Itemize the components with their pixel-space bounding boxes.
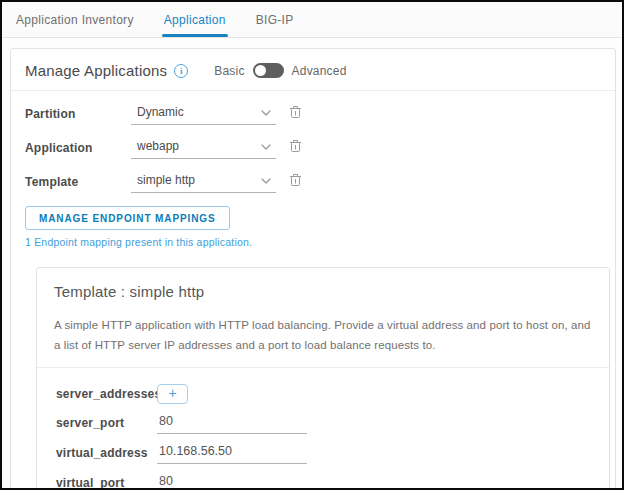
partition-delete-button[interactable] bbox=[289, 105, 302, 119]
template-selected-value: simple http bbox=[137, 173, 195, 187]
info-icon[interactable]: i bbox=[174, 64, 188, 78]
app-window: Application Inventory Application BIG-IP… bbox=[0, 0, 624, 490]
template-select[interactable]: simple http bbox=[131, 172, 276, 193]
template-detail-card: Template : simple http A simple HTTP app… bbox=[36, 267, 610, 490]
application-select[interactable]: webapp bbox=[131, 138, 276, 159]
template-label: Template bbox=[25, 172, 131, 189]
virtual-address-input[interactable]: 10.168.56.50 bbox=[157, 443, 307, 464]
application-delete-button[interactable] bbox=[289, 139, 302, 153]
tab-bar: Application Inventory Application BIG-IP bbox=[2, 2, 622, 38]
field-row-virtual-address: virtual_address 10.168.56.50 bbox=[56, 443, 609, 464]
template-description: A simple HTTP application with HTTP load… bbox=[54, 315, 592, 355]
application-form: Partition Dynamic bbox=[11, 91, 615, 193]
page-title: Manage Applications bbox=[25, 62, 167, 79]
chevron-down-icon bbox=[261, 139, 271, 153]
partition-label: Partition bbox=[25, 104, 131, 121]
form-row-partition: Partition Dynamic bbox=[25, 104, 615, 125]
server-port-input[interactable]: 80 bbox=[157, 413, 307, 434]
partition-select[interactable]: Dynamic bbox=[131, 104, 276, 125]
partition-selected-value: Dynamic bbox=[137, 105, 184, 119]
application-label: Application bbox=[25, 138, 131, 155]
chevron-down-icon bbox=[261, 105, 271, 119]
application-selected-value: webapp bbox=[137, 139, 179, 153]
panel-header: Manage Applications i Basic Advanced bbox=[11, 49, 615, 90]
manage-endpoint-mappings-button[interactable]: MANAGE ENDPOINT MAPPINGS bbox=[25, 206, 230, 230]
template-delete-button[interactable] bbox=[289, 173, 302, 187]
field-row-virtual-port: virtual_port 80 bbox=[56, 473, 609, 490]
server-port-label: server_port bbox=[56, 413, 157, 430]
template-fields: server_addresses + server_port 80 virtua… bbox=[37, 368, 609, 490]
add-server-address-button[interactable]: + bbox=[157, 384, 188, 404]
trash-icon bbox=[289, 141, 302, 156]
trash-icon bbox=[289, 175, 302, 190]
virtual-port-input[interactable]: 80 bbox=[157, 473, 307, 490]
toggle-label-basic: Basic bbox=[214, 64, 244, 78]
form-row-application: Application webapp bbox=[25, 138, 615, 159]
basic-advanced-toggle[interactable] bbox=[253, 63, 284, 78]
trash-icon bbox=[289, 107, 302, 122]
virtual-port-label: virtual_port bbox=[56, 473, 157, 490]
endpoint-mapping-note[interactable]: 1 Endpoint mapping present in this appli… bbox=[25, 236, 252, 248]
toggle-label-advanced: Advanced bbox=[292, 64, 347, 78]
mode-toggle-group: Basic Advanced bbox=[214, 63, 346, 78]
toggle-knob bbox=[255, 65, 266, 76]
tab-big-ip[interactable]: BIG-IP bbox=[256, 2, 294, 37]
field-row-server-port: server_port 80 bbox=[56, 413, 609, 434]
field-row-server-addresses: server_addresses + bbox=[56, 384, 609, 404]
virtual-address-label: virtual_address bbox=[56, 443, 157, 460]
tab-application[interactable]: Application bbox=[164, 2, 226, 37]
server-addresses-label: server_addresses bbox=[56, 384, 157, 401]
chevron-down-icon bbox=[261, 173, 271, 187]
template-card-title: Template : simple http bbox=[54, 283, 609, 300]
form-row-template: Template simple http bbox=[25, 172, 615, 193]
manage-applications-panel: Manage Applications i Basic Advanced Par… bbox=[10, 48, 616, 490]
tab-application-inventory[interactable]: Application Inventory bbox=[16, 2, 134, 37]
